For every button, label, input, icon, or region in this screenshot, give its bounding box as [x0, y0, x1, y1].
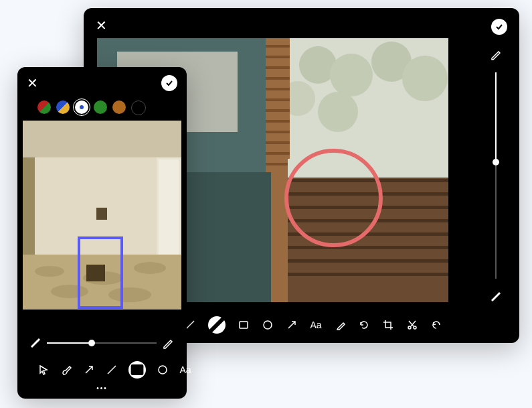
check-icon — [495, 23, 503, 31]
close-icon[interactable]: ✕ — [96, 19, 107, 32]
svg-rect-35 — [240, 322, 248, 328]
slider-track[interactable] — [495, 72, 497, 279]
svg-rect-13 — [266, 66, 290, 69]
swatch-multicolor-2[interactable] — [56, 100, 70, 114]
svg-point-38 — [414, 326, 416, 329]
arrow-tool[interactable] — [83, 364, 95, 376]
svg-rect-11 — [266, 45, 290, 48]
svg-point-36 — [264, 321, 272, 329]
circle-tool[interactable] — [157, 364, 169, 376]
confirm-button[interactable] — [491, 19, 507, 35]
svg-rect-21 — [266, 152, 290, 155]
pointer-tool[interactable] — [37, 364, 50, 376]
stroke-size-vertical-slider[interactable] — [486, 48, 506, 303]
line-tool[interactable] — [106, 364, 118, 376]
large-toolbar: Aa — [184, 316, 442, 334]
more-button[interactable]: ••• — [96, 385, 108, 392]
svg-rect-30 — [288, 259, 448, 263]
swatch-white[interactable] — [75, 100, 88, 114]
slider-track[interactable] — [47, 342, 157, 344]
swatch-brown[interactable] — [112, 100, 126, 114]
svg-point-5 — [402, 56, 448, 101]
swatch-multicolor-1[interactable] — [37, 100, 51, 114]
undo-tool[interactable] — [430, 319, 442, 331]
arrow-tool[interactable] — [286, 319, 298, 331]
circle-tool[interactable] — [262, 319, 274, 331]
svg-rect-22 — [266, 163, 290, 165]
text-tool[interactable]: Aa — [179, 364, 191, 376]
svg-point-47 — [35, 266, 64, 277]
svg-rect-42 — [23, 157, 35, 258]
line-weight-icon — [490, 291, 502, 303]
svg-rect-14 — [266, 77, 290, 80]
cut-tool[interactable] — [406, 319, 418, 331]
rotate-tool[interactable] — [358, 319, 370, 331]
eraser-tool[interactable] — [334, 319, 346, 331]
swatch-green[interactable] — [94, 100, 107, 114]
small-canvas[interactable] — [23, 121, 181, 310]
svg-rect-17 — [266, 109, 290, 112]
swatch-black[interactable] — [131, 100, 146, 115]
slider-thumb[interactable] — [493, 159, 499, 165]
small-toolbar: Aa — [37, 361, 191, 379]
svg-rect-45 — [96, 208, 107, 220]
svg-point-54 — [159, 366, 167, 374]
svg-point-37 — [408, 326, 411, 329]
svg-rect-19 — [266, 131, 290, 133]
svg-rect-40 — [23, 121, 181, 157]
svg-rect-18 — [266, 120, 290, 123]
svg-rect-53 — [131, 365, 143, 375]
slider-thumb[interactable] — [88, 340, 95, 346]
pencil-icon — [162, 337, 174, 349]
svg-rect-29 — [288, 246, 448, 249]
confirm-button[interactable] — [161, 75, 177, 91]
text-tool[interactable]: Aa — [310, 319, 322, 331]
svg-point-7 — [318, 92, 358, 132]
svg-rect-20 — [266, 141, 290, 144]
stroke-size-slider[interactable] — [29, 337, 174, 349]
svg-point-49 — [134, 262, 166, 274]
check-icon — [165, 79, 173, 87]
color-swatches — [37, 100, 146, 115]
svg-rect-12 — [266, 56, 290, 58]
circle-annotation[interactable] — [284, 149, 383, 247]
pencil-icon — [490, 48, 502, 60]
line-weight-icon — [29, 337, 41, 349]
svg-point-3 — [330, 54, 373, 96]
small-editor-panel: ✕ — [17, 67, 187, 399]
stroke-tool[interactable] — [208, 316, 226, 334]
svg-rect-31 — [288, 273, 448, 276]
brush-tool[interactable] — [60, 364, 72, 376]
close-icon[interactable]: ✕ — [27, 76, 38, 90]
svg-rect-15 — [266, 88, 290, 90]
svg-rect-16 — [266, 98, 290, 101]
rect-tool[interactable] — [238, 319, 250, 331]
crop-tool[interactable] — [382, 319, 394, 331]
rect-tool[interactable] — [128, 361, 146, 379]
rect-annotation[interactable] — [78, 236, 123, 309]
svg-rect-44 — [159, 159, 179, 260]
